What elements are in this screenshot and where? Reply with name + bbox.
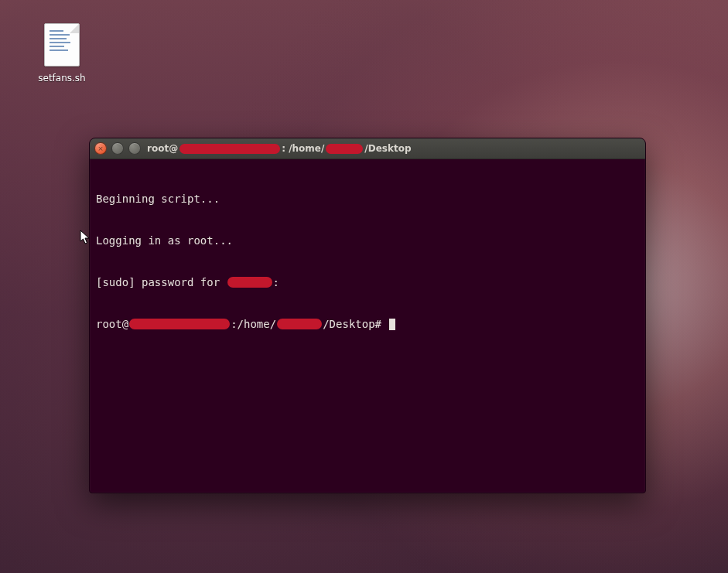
title-suffix: /Desktop [364,143,411,154]
terminal-text: /Desktop# [323,317,388,331]
redacted-username [277,319,322,329]
terminal-body[interactable]: Beginning script... Logging in as root..… [90,159,645,365]
terminal-text: :/home/ [231,317,276,331]
terminal-line: Beginning script... [96,192,639,206]
terminal-text: Beginning script... [96,192,220,206]
terminal-text: [sudo] password for [96,275,227,289]
redacted-username [326,144,363,154]
redacted-username [227,277,272,288]
title-sep1: : /home/ [282,143,324,154]
terminal-line: [sudo] password for : [96,275,639,289]
desktop-background: setfans.sh × root@ : /home/ /Desktop Beg… [0,0,728,573]
terminal-window[interactable]: × root@ : /home/ /Desktop Beginning scri… [89,138,646,493]
desktop-file-setfans[interactable]: setfans.sh [31,23,93,85]
title-prefix: root@ [147,143,178,154]
terminal-text: Logging in as root... [96,234,233,247]
shell-script-file-icon [44,23,80,67]
terminal-line: Logging in as root... [96,234,639,247]
window-close-button[interactable]: × [94,142,107,155]
window-titlebar[interactable]: × root@ : /home/ /Desktop [90,138,645,159]
window-title: root@ : /home/ /Desktop [145,143,641,154]
desktop-file-label: setfans.sh [35,71,88,85]
redacted-hostname [179,144,280,154]
terminal-text: root@ [96,317,128,331]
window-minimize-button[interactable] [111,142,124,155]
window-maximize-button[interactable] [128,142,141,155]
terminal-cursor [389,319,395,330]
redacted-hostname [129,319,230,329]
terminal-prompt-line: root@ :/home/ /Desktop# [96,317,639,331]
terminal-text: : [273,275,279,289]
